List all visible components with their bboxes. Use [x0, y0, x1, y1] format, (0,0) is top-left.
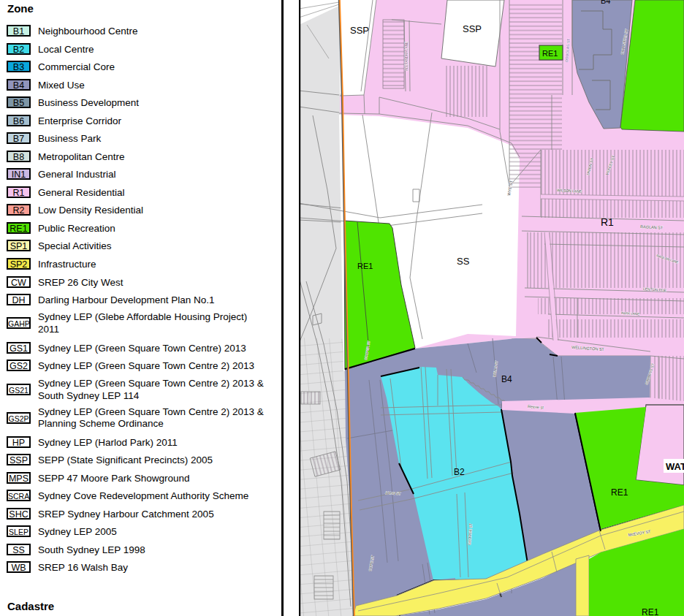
svg-text:WAT: WAT [666, 461, 684, 472]
svg-text:ALEXANDRA LANE: ALEXANDRA LANE [405, 42, 408, 71]
svg-text:RE1: RE1 [642, 607, 659, 616]
svg-text:SSP: SSP [463, 23, 482, 34]
svg-text:R1: R1 [601, 216, 614, 228]
svg-text:SSP: SSP [350, 25, 369, 36]
svg-text:RE1: RE1 [542, 49, 558, 58]
svg-text:B2: B2 [454, 467, 465, 477]
svg-text:RE1: RE1 [611, 487, 628, 498]
svg-text:B4: B4 [501, 374, 512, 384]
svg-text:B4: B4 [601, 0, 610, 5]
svg-text:SS: SS [457, 256, 470, 267]
svg-text:RE1: RE1 [357, 262, 373, 270]
